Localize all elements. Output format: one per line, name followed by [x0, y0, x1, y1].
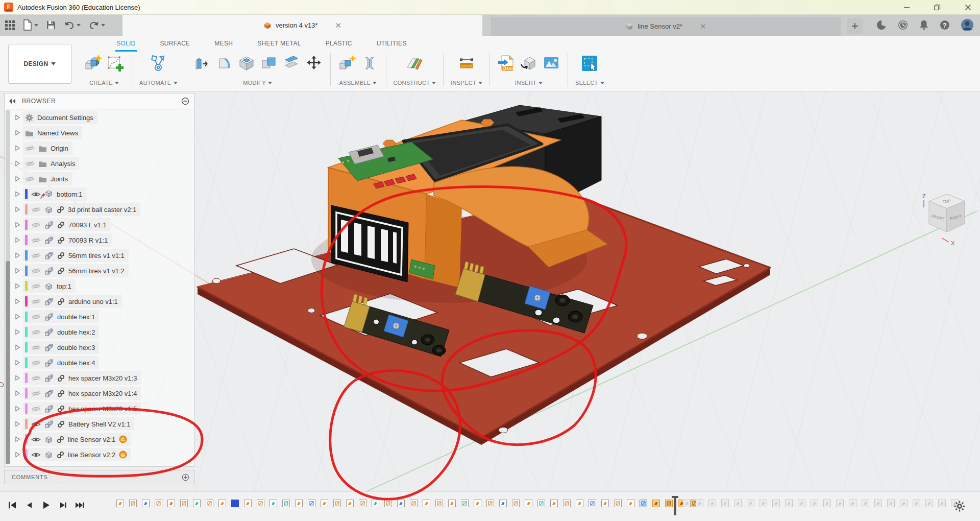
tree-row[interactable]: Analysis [12, 156, 192, 171]
timeline-feature-suppressed[interactable] [913, 500, 920, 507]
timeline-feature[interactable] [614, 500, 622, 507]
timeline-feature[interactable] [180, 500, 188, 507]
insert-svg-icon[interactable]: SVG [497, 54, 516, 73]
timeline-feature-suppressed[interactable] [862, 500, 869, 507]
ribbon-group-label[interactable]: MODIFY [243, 80, 272, 86]
tree-row-content[interactable]: Battery Shell V2 v1:1 [23, 417, 134, 431]
shell-icon[interactable] [237, 54, 256, 73]
timeline-feature[interactable] [423, 500, 430, 507]
fillet-icon[interactable] [215, 54, 233, 73]
update-badge-icon[interactable]: G [119, 435, 127, 443]
timeline-feature[interactable] [244, 500, 252, 507]
timeline-feature[interactable] [142, 500, 150, 507]
timeline-feature[interactable] [308, 500, 315, 507]
timeline-feature[interactable] [486, 500, 494, 507]
tree-row[interactable]: double hex:1 [12, 309, 192, 324]
timeline-feature[interactable] [193, 500, 201, 507]
tree-row[interactable]: 56mm tires v1 v1:2 [12, 263, 192, 278]
combine-icon[interactable] [260, 54, 278, 73]
visibility-eye-off-icon[interactable] [31, 252, 41, 259]
tree-row-content[interactable]: 70093 L v1:1 [23, 218, 111, 231]
tree-row[interactable]: 3d print ball caster v2:1 [12, 202, 192, 217]
tree-row-content[interactable]: line Sensor v2:1G [23, 433, 131, 446]
timeline-feature[interactable] [129, 500, 137, 507]
add-comment-icon[interactable] [182, 473, 189, 481]
timeline-feature-suppressed[interactable] [760, 500, 767, 507]
timeline-feature[interactable] [448, 500, 456, 507]
timeline-feature[interactable] [384, 500, 392, 507]
timeline-feature[interactable] [231, 500, 239, 507]
tree-row[interactable]: Document Settings [12, 110, 192, 125]
timeline-feature-suppressed[interactable] [772, 500, 780, 507]
visibility-eye-icon[interactable] [31, 452, 41, 458]
tree-row[interactable]: double hex:4 [12, 355, 192, 370]
timeline-feature[interactable] [270, 500, 277, 507]
tree-row[interactable]: 70093 L v1:1 [12, 217, 192, 232]
tree-row[interactable]: hex spacer M3x20 v1:3 [12, 370, 192, 386]
browser-scrollbar[interactable] [6, 110, 10, 464]
visibility-eye-off-icon[interactable] [31, 237, 41, 244]
timeline-feature-suppressed[interactable] [811, 500, 818, 507]
timeline-settings-gear-icon[interactable] [953, 500, 966, 512]
ribbon-group-label[interactable]: INSPECT [451, 80, 482, 86]
app-grid-icon[interactable] [5, 20, 15, 30]
tree-row[interactable]: Battery Shell V2 v1:1 [12, 416, 192, 432]
tree-row[interactable]: line Sensor v2:1G [12, 432, 192, 447]
measure-icon[interactable] [457, 54, 476, 73]
view-cube[interactable]: Z TOP FRONT RIGHT X [916, 187, 980, 251]
ribbon-tab-surface[interactable]: SURFACE [159, 38, 191, 52]
tree-row-content[interactable]: top:1 [23, 279, 76, 293]
visibility-eye-off-icon[interactable] [31, 314, 41, 320]
timeline-feature[interactable] [321, 500, 328, 507]
expand-caret-icon[interactable] [12, 375, 23, 381]
expand-caret-icon[interactable] [12, 390, 23, 396]
step-forward-icon[interactable] [57, 499, 69, 511]
tree-row-content[interactable]: 56mm tires v1 v1:2 [23, 264, 129, 277]
tree-row-content[interactable]: Named Views [23, 126, 82, 139]
ribbon-tab-plastic[interactable]: PLASTIC [325, 38, 353, 52]
timeline-feature[interactable] [435, 500, 443, 507]
tree-row[interactable]: double hex:2 [12, 324, 192, 340]
timeline-feature[interactable] [167, 500, 175, 507]
timeline-feature-suppressed[interactable] [823, 500, 831, 507]
comments-bar[interactable]: COMMENTS [4, 470, 195, 484]
tree-row-content[interactable]: Document Settings [23, 111, 97, 124]
canvas-icon[interactable] [542, 54, 560, 73]
timeline-feature[interactable] [474, 500, 481, 507]
file-new-icon[interactable] [22, 19, 38, 31]
tree-row[interactable]: hex spacer M3x20 v1:4 [12, 386, 192, 401]
ribbon-group-label[interactable]: CREATE [89, 80, 119, 86]
ribbon-group-label[interactable]: ASSEMBLE [339, 80, 377, 86]
visibility-eye-off-icon[interactable] [25, 145, 35, 152]
tree-row-content[interactable]: double hex:4 [23, 356, 99, 369]
timeline-feature[interactable] [550, 500, 558, 507]
construction-plane-icon[interactable] [405, 54, 424, 73]
offset-face-icon[interactable] [282, 54, 301, 73]
tree-row-content[interactable]: Joints [23, 172, 72, 185]
visibility-eye-off-icon[interactable] [31, 375, 41, 382]
timeline-feature[interactable] [563, 500, 571, 507]
visibility-eye-off-icon[interactable] [31, 206, 41, 213]
timeline-feature[interactable] [499, 500, 507, 507]
expand-caret-icon[interactable] [12, 160, 23, 167]
play-icon[interactable] [40, 499, 52, 511]
timeline-feature[interactable] [257, 500, 264, 507]
tree-row-content[interactable]: hex spacer M3x20 v1:5 [23, 402, 141, 415]
tree-row-content[interactable]: 3d print ball caster v2:1 [23, 203, 140, 216]
timeline-feature-suppressed[interactable] [887, 500, 895, 507]
expand-caret-icon[interactable] [12, 191, 23, 197]
visibility-eye-off-icon[interactable] [31, 390, 41, 397]
timeline-feature[interactable] [537, 500, 545, 507]
timeline-feature[interactable] [282, 500, 290, 507]
close-tab-icon[interactable]: ✕ [335, 21, 341, 29]
expand-caret-icon[interactable] [12, 114, 23, 121]
expand-caret-icon[interactable] [12, 329, 23, 335]
tree-row-content[interactable]: hex spacer M3x20 v1:3 [23, 371, 141, 385]
tree-row-content[interactable]: 70093 R v1:1 [23, 233, 112, 247]
tree-row[interactable]: top:1 [12, 278, 192, 294]
close-icon[interactable] [963, 2, 973, 12]
timeline-feature[interactable] [155, 500, 162, 507]
ribbon-tab-mesh[interactable]: MESH [213, 38, 234, 52]
visibility-eye-off-icon[interactable] [31, 360, 41, 366]
timeline-feature[interactable] [410, 500, 418, 507]
